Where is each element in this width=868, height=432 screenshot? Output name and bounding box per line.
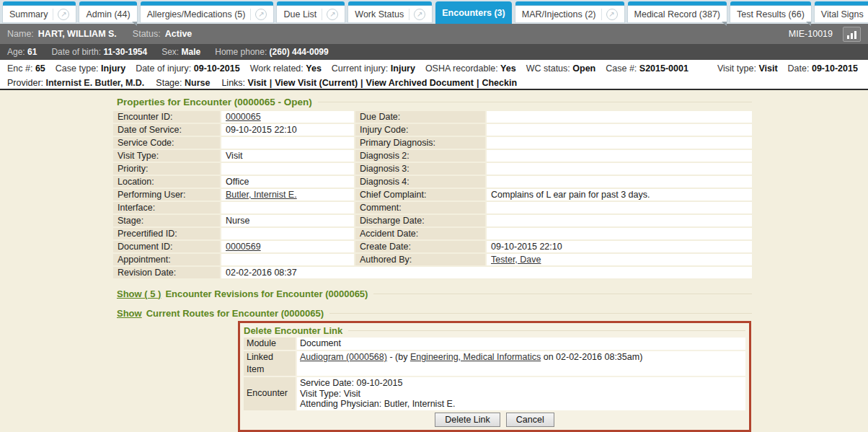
field-value [221,163,354,175]
field-value [487,202,752,213]
tab-test-results[interactable]: Test Results (66) [730,1,811,22]
linked-item-label: Linked Item [244,351,296,376]
tab-label: Vital Signs [821,9,864,19]
field-value: 09-10-2015 22:10 [221,124,354,136]
field-label: Due Date: [355,111,485,123]
age-label: Age: [7,47,25,57]
tab-label: Medical Record (387) [634,9,721,19]
link-checkin[interactable]: Checkin [482,78,517,88]
tab-vital-signs[interactable]: Vital Signs ↗ [815,1,868,22]
encounter-properties-table: Encounter ID: 0000065 Due Date: Date of … [113,111,752,278]
show-revisions-link[interactable]: Show ( 5 ) [117,288,161,299]
encounter-details: Service Date: 09-10-2015 Visit Type: Vis… [297,377,745,410]
tab-label: Summary [9,9,48,19]
field-label: Comment: [355,202,485,213]
field-label: Create Date: [355,241,485,252]
provider-label: Provider: [7,78,43,88]
tab-admin[interactable]: Admin (44) [79,1,136,22]
link-view-visit-current[interactable]: View Visit (Current) [275,78,358,88]
document-id-link[interactable]: 0000569 [226,242,261,252]
name-label: Name: [7,29,34,39]
popout-icon[interactable]: ↗ [250,9,267,20]
wc-status-value: Open [572,63,595,74]
cancel-button[interactable]: Cancel [506,413,554,427]
field-value [487,137,752,149]
provider-links-bar: Provider: Internist E. Butler, M.D. Stag… [0,76,868,90]
main-content: Properties for Encounter (0000065 - Open… [0,90,868,432]
chart-tab-bar: Summary ↗ Admin (44) Allergies/Medicatio… [0,0,868,24]
tab-label: Test Results (66) [737,9,805,19]
sex-value: Male [182,47,201,57]
field-label: Diagnosis 4: [355,176,485,188]
popout-icon[interactable]: ↗ [53,9,69,20]
visit-date-value: 09-10-2015 [812,63,858,74]
field-value [221,254,354,265]
tab-mar-injections[interactable]: MAR/Injections (2) ↗ [515,1,624,22]
stage-value: Nurse [185,78,210,88]
provider-value: Internist E. Butler, M.D. [46,78,145,88]
case-type-value: Injury [101,63,125,74]
field-value [487,163,752,175]
encounter-attending-physician: Attending Physician: Butler, Internist E… [300,399,743,410]
tab-allergies-medications[interactable]: Allergies/Medications (5) ↗ [141,1,274,22]
field-label: Authored By: [355,254,485,265]
enc-number-label: Enc #: [7,63,32,74]
encounter-summary-bar: Enc #: 65 Case type: Injury Date of inju… [0,60,868,76]
work-related-label: Work related: [250,63,304,74]
document-id-value: 0000569 [221,241,354,252]
field-label: Encounter ID: [113,111,220,123]
dob-value: 11-30-1954 [103,47,147,57]
tab-encounters-active[interactable]: Encounters (3) [435,1,512,24]
encounter-label: Encounter [244,377,296,410]
tab-medical-record[interactable]: Medical Record (387) [628,1,727,22]
field-label: Diagnosis 3: [355,163,485,175]
stage-label: Stage: [156,78,182,88]
field-value: Office [221,176,354,188]
case-number-value: S2015-0001 [639,63,688,74]
field-label: Date of Service: [113,124,220,136]
chart-id: MIE-10019 [789,29,833,39]
status-label: Status: [133,29,161,39]
link-view-archived-document[interactable]: View Archived Document [366,78,474,88]
tab-work-status[interactable]: Work Status ↗ [348,1,432,22]
field-label: Precertified ID: [113,228,220,239]
popout-icon[interactable]: ↗ [601,9,618,20]
performing-user-link[interactable]: Butler, Internist E. [226,190,297,200]
current-injury-value: Injury [391,63,415,74]
visit-type-label: Visit type: [717,63,756,74]
field-label: Service Code: [113,137,220,149]
date-of-injury-label: Date of injury: [136,63,191,74]
patient-name-bar: Name: HART, WILLIAM S. Status: Active MI… [0,24,868,44]
delete-link-button[interactable]: Delete Link [435,413,500,427]
case-number-label: Case #: [606,63,637,74]
field-value [487,124,752,136]
popout-icon[interactable]: ↗ [409,9,425,20]
date-of-injury-value: 09-10-2015 [194,63,240,74]
delete-box-table: Module Document Linked Item Audiogram (0… [244,338,745,410]
field-label: Priority: [113,163,220,175]
linked-item-value: Audiogram (0000568) - (by Engineering, M… [297,351,745,376]
bar-chart-icon[interactable] [843,27,861,42]
link-visit[interactable]: Visit [248,78,267,88]
delete-encounter-link-box: Delete Encounter Link Module Document Li… [238,321,751,432]
chief-complaint-value: Complains of L ear pain for past 3 days. [487,189,752,200]
field-value [487,150,752,162]
tab-label: Work Status [355,9,404,19]
field-label: Appointment: [113,254,220,265]
dob-label: Date of birth: [51,47,101,57]
field-label: Document ID: [113,241,220,252]
tab-label: MAR/Injections (2) [522,9,596,19]
popout-icon[interactable]: ↗ [322,9,338,20]
tab-label: Due List [283,9,316,19]
tab-summary[interactable]: Summary ↗ [3,1,76,22]
field-value: Nurse [221,215,354,226]
show-routes-link[interactable]: Show [117,308,142,319]
field-label: Revision Date: [113,267,220,278]
authored-by-link[interactable]: Tester, Dave [491,255,541,265]
encounter-id-link[interactable]: 0000065 [226,112,261,122]
visit-type-value: Visit [758,63,777,74]
linked-item-document-link[interactable]: Audiogram (0000568) [300,352,387,362]
linked-by-user-link[interactable]: Engineering, Medical Informatics [410,352,541,362]
tab-label: Encounters (3) [442,8,505,18]
tab-due-list[interactable]: Due List ↗ [277,1,345,22]
